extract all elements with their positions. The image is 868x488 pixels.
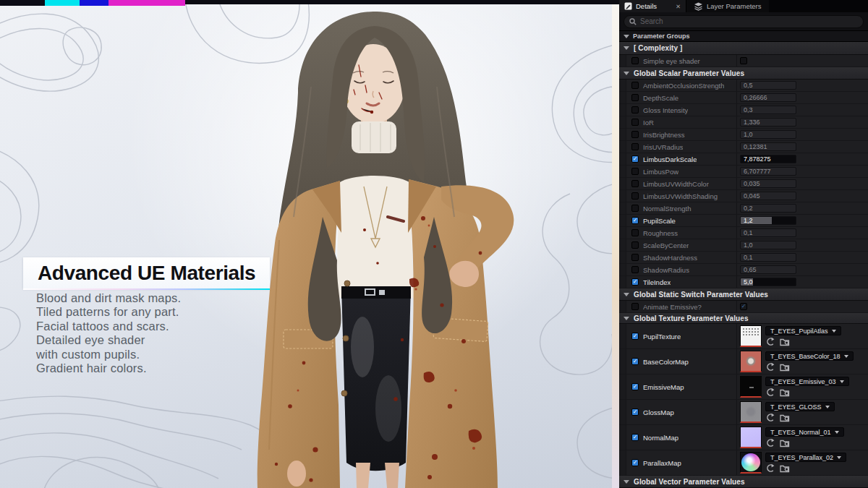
browse-to-asset-icon[interactable] — [780, 337, 790, 346]
texture-thumbnail[interactable] — [740, 427, 762, 448]
override-checkbox[interactable] — [631, 459, 639, 466]
search-box[interactable] — [624, 15, 864, 28]
category-label: Global Vector Parameter Values — [634, 478, 745, 486]
texture-thumbnail[interactable] — [740, 401, 762, 423]
value-field[interactable]: 0,045 — [740, 192, 796, 200]
parameter-groups-header[interactable]: Parameter Groups — [619, 31, 868, 42]
chevron-down-icon — [624, 293, 629, 296]
param-label: Animate Emissive? — [643, 303, 702, 311]
search-input[interactable] — [640, 17, 858, 25]
override-checkbox[interactable] — [631, 254, 639, 261]
asset-dropdown[interactable]: T_EYES_GLOSS — [765, 402, 835, 411]
category-global-static-switch[interactable]: Global Static Switch Parameter Values — [619, 288, 868, 301]
value-field[interactable]: 6,707777 — [740, 167, 796, 176]
param-label: IrisUVRadius — [643, 143, 683, 151]
value-field[interactable]: 0,1 — [740, 253, 796, 262]
use-selected-asset-icon[interactable] — [765, 438, 775, 448]
use-selected-asset-icon[interactable] — [765, 413, 775, 422]
use-selected-asset-icon[interactable] — [765, 362, 775, 372]
param-label: PupilTexture — [643, 333, 681, 341]
value-field[interactable]: 0,5 — [740, 81, 796, 90]
param-label: Gloss Intensity — [643, 106, 688, 114]
browse-to-asset-icon[interactable] — [780, 362, 790, 372]
param-label: NormalMap — [643, 434, 678, 442]
asset-dropdown[interactable]: T_EYES_Emissive_03 — [765, 377, 849, 386]
asset-dropdown[interactable]: T_EYES_Parallax_02 — [765, 453, 846, 462]
override-checkbox[interactable] — [631, 106, 639, 114]
use-selected-asset-icon[interactable] — [765, 388, 775, 397]
override-checkbox[interactable] — [631, 241, 639, 249]
value-slider[interactable]: 1,2 — [740, 216, 796, 225]
browse-to-asset-icon[interactable] — [780, 463, 790, 473]
panel-tab-bar: Details ✕ Layer Parameters — [619, 0, 868, 12]
value-field[interactable]: 1,0 — [740, 130, 796, 139]
override-checkbox[interactable] — [631, 94, 639, 101]
override-checkbox[interactable] — [631, 434, 639, 441]
browse-to-asset-icon[interactable] — [780, 388, 790, 397]
param-row-irisbrightness: IrisBrightness 1,0 — [619, 129, 868, 141]
value-checkbox[interactable] — [740, 57, 747, 64]
override-checkbox[interactable] — [631, 155, 639, 163]
search-icon — [629, 18, 637, 25]
override-checkbox[interactable] — [631, 229, 639, 236]
browse-to-asset-icon[interactable] — [780, 438, 790, 448]
asset-dropdown[interactable]: T_EYES_BaseColor_18 — [765, 351, 854, 361]
category-global-vector[interactable]: Global Vector Parameter Values — [619, 476, 868, 488]
asset-dropdown[interactable]: T_EYES_PupilAtlas — [765, 326, 841, 335]
value-field[interactable]: 0,2 — [740, 204, 796, 213]
feature-line: Gradient hair colors. — [36, 361, 181, 375]
override-checkbox[interactable] — [631, 266, 639, 273]
value-field[interactable]: 0,035 — [740, 179, 796, 188]
override-checkbox[interactable] — [631, 408, 639, 416]
value-field[interactable]: 1,336 — [740, 118, 796, 127]
chevron-down-icon — [825, 406, 830, 408]
texture-thumbnail[interactable] — [740, 325, 762, 347]
param-row-irisuvradius: IrisUVRadius 0,12381 — [619, 141, 868, 153]
value-field[interactable]: 0,3 — [740, 106, 796, 114]
texture-thumbnail[interactable] — [740, 376, 762, 398]
value-field[interactable]: 0,26666 — [740, 93, 796, 102]
override-checkbox[interactable] — [631, 278, 639, 286]
browse-to-asset-icon[interactable] — [780, 413, 790, 422]
override-checkbox[interactable] — [631, 358, 639, 365]
use-selected-asset-icon[interactable] — [765, 463, 775, 473]
value-field[interactable]: 0,1 — [740, 228, 796, 237]
headline-text: Advanced UE Materials — [38, 262, 255, 285]
override-checkbox[interactable] — [631, 180, 639, 187]
override-checkbox[interactable] — [631, 192, 639, 200]
override-checkbox[interactable] — [631, 217, 639, 224]
param-label: LimbusUVWidthShading — [643, 192, 718, 200]
tab-details[interactable]: Details ✕ — [619, 0, 686, 12]
value-field[interactable]: 0,65 — [740, 265, 796, 274]
category-global-scalar[interactable]: Global Scalar Parameter Values — [619, 67, 868, 80]
category-global-texture[interactable]: Global Texture Parameter Values — [619, 313, 868, 324]
accent-segment-black — [0, 0, 45, 6]
row-indent — [619, 400, 626, 424]
param-label: GlossMap — [643, 408, 674, 416]
texture-thumbnail[interactable] — [740, 452, 762, 474]
override-checkbox[interactable] — [631, 333, 639, 340]
use-selected-asset-icon[interactable] — [765, 337, 775, 346]
override-checkbox[interactable] — [631, 168, 639, 175]
override-checkbox[interactable] — [631, 57, 639, 64]
tab-close-icon[interactable]: ✕ — [676, 3, 681, 10]
override-checkbox[interactable] — [631, 383, 639, 390]
value-field[interactable]: 7,878275 — [740, 155, 796, 163]
category-complexity[interactable]: [ Complexity ] — [619, 42, 868, 55]
override-checkbox[interactable] — [631, 143, 639, 150]
asset-dropdown[interactable]: T_EYES_Normal_01 — [765, 427, 844, 437]
param-row-ambientocclusionstrength: AmbientOcclusionStrength 0,5 — [619, 80, 868, 92]
override-checkbox[interactable] — [631, 205, 639, 212]
tab-layer-parameters[interactable]: Layer Parameters — [686, 0, 769, 12]
value-slider[interactable]: 5,0 — [740, 278, 796, 286]
category-label: Global Static Switch Parameter Values — [634, 291, 768, 299]
value-field[interactable]: 0,12381 — [740, 142, 796, 151]
value-field[interactable]: 1,0 — [740, 241, 796, 249]
override-checkbox[interactable] — [631, 303, 639, 310]
override-checkbox[interactable] — [631, 131, 639, 138]
override-checkbox[interactable] — [631, 119, 639, 126]
chevron-down-icon — [624, 35, 629, 38]
texture-thumbnail[interactable] — [740, 351, 762, 372]
value-checkbox[interactable] — [740, 303, 747, 310]
override-checkbox[interactable] — [631, 82, 639, 89]
